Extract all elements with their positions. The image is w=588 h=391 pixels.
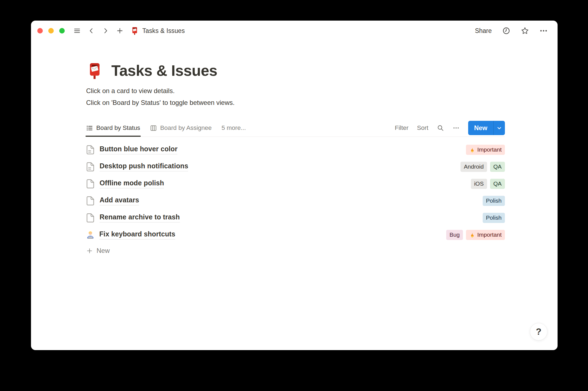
list-item-tags: AndroidQA xyxy=(460,162,505,172)
history-clock-icon[interactable] xyxy=(502,27,510,35)
tag-label: Important xyxy=(477,146,502,153)
list-item-title[interactable]: Rename archive to trash xyxy=(100,213,180,222)
tag-chip: Android xyxy=(460,162,487,172)
page-description: Click on a card to view details. Click o… xyxy=(86,85,505,108)
sidebar-toggle-icon[interactable] xyxy=(74,27,81,34)
view-toolbar: Filter Sort New xyxy=(395,121,505,135)
list-item-title[interactable]: Button blue hover color xyxy=(100,145,177,154)
list-item-tags: BugImportant xyxy=(446,230,505,240)
search-icon[interactable] xyxy=(437,124,444,132)
page-blank-icon xyxy=(86,196,95,206)
chevron-down-icon xyxy=(496,125,502,131)
tag-chip: Bug xyxy=(446,230,463,240)
tag-chip: QA xyxy=(490,179,505,189)
task-list: Button blue hover colorImportantDesktop … xyxy=(86,137,505,243)
view-tab-label: Board by Status xyxy=(96,124,140,132)
new-button-caret[interactable] xyxy=(493,121,505,135)
page-blank-icon xyxy=(86,213,95,223)
plus-icon xyxy=(86,247,93,254)
list-item[interactable]: Offline mode polishiOSQA xyxy=(86,175,505,192)
page-header: Tasks & Issues xyxy=(86,62,505,79)
app-window: Tasks & Issues Share Tasks & Issues Clic… xyxy=(31,21,558,350)
tag-chip: QA xyxy=(490,162,505,172)
more-options-icon[interactable] xyxy=(539,27,548,35)
list-view-icon xyxy=(86,125,93,132)
view-tabs: Board by StatusBoard by Assignee5 more..… xyxy=(86,119,246,136)
fire-icon xyxy=(469,232,475,238)
list-item-title[interactable]: Desktop push notifications xyxy=(100,162,188,171)
list-item[interactable]: Desktop push notificationsAndroidQA xyxy=(86,158,505,175)
list-item-title[interactable]: Fix keyboard shortcuts xyxy=(99,230,175,239)
add-new-row-label: New xyxy=(97,247,110,255)
list-item[interactable]: Button blue hover colorImportant xyxy=(86,141,505,158)
tag-chip: Important xyxy=(466,230,505,240)
tag-label: QA xyxy=(493,163,502,170)
tag-chip: iOS xyxy=(471,179,487,189)
titlebar: Tasks & Issues Share xyxy=(31,21,558,41)
description-line[interactable]: Click on a card to view details. xyxy=(86,85,505,97)
breadcrumb[interactable]: Tasks & Issues xyxy=(131,27,185,35)
list-item[interactable]: Rename archive to trashPolish xyxy=(86,209,505,226)
tag-label: Polish xyxy=(486,214,502,221)
tag-chip: Important xyxy=(466,145,505,155)
list-item-tags: Polish xyxy=(483,213,505,223)
tag-label: Important xyxy=(477,231,502,238)
new-split-button: New xyxy=(468,121,505,135)
new-button[interactable]: New xyxy=(468,121,493,135)
board-view-icon xyxy=(150,125,157,132)
traffic-lights xyxy=(37,28,65,33)
close-window-button[interactable] xyxy=(37,28,43,33)
list-item[interactable]: Fix keyboard shortcutsBugImportant xyxy=(86,226,505,243)
tag-chip: Polish xyxy=(483,196,505,206)
list-item[interactable]: Add avatarsPolish xyxy=(86,192,505,209)
view-tab-label: 5 more... xyxy=(222,124,246,132)
zoom-window-button[interactable] xyxy=(59,28,65,33)
page-text-icon xyxy=(86,162,95,172)
nav-back-icon[interactable] xyxy=(88,27,95,34)
view-tab-board-by-assignee[interactable]: Board by Assignee xyxy=(150,119,212,136)
tag-label: iOS xyxy=(474,180,484,187)
page-postbox-icon[interactable] xyxy=(86,62,103,79)
tag-label: Polish xyxy=(486,197,502,204)
nav-forward-icon[interactable] xyxy=(102,27,109,34)
help-button[interactable]: ? xyxy=(530,323,547,340)
sort-button[interactable]: Sort xyxy=(417,124,428,132)
fire-icon xyxy=(469,147,475,153)
favorite-star-icon[interactable] xyxy=(521,27,529,35)
list-item-tags: iOSQA xyxy=(471,179,505,189)
technologist-icon xyxy=(86,230,95,240)
page-blank-icon xyxy=(86,179,95,189)
minimize-window-button[interactable] xyxy=(48,28,54,33)
view-bar: Board by StatusBoard by Assignee5 more..… xyxy=(86,119,505,137)
page-title[interactable]: Tasks & Issues xyxy=(111,62,217,79)
share-button[interactable]: Share xyxy=(475,27,492,35)
list-item-tags: Important xyxy=(466,145,505,155)
tag-label: Android xyxy=(464,163,484,170)
tag-label: QA xyxy=(493,180,502,187)
tag-chip: Polish xyxy=(483,213,505,223)
new-tab-icon[interactable] xyxy=(116,27,123,34)
tag-label: Bug xyxy=(450,231,460,238)
view-tab-board-by-status[interactable]: Board by Status xyxy=(86,119,140,136)
list-item-title[interactable]: Add avatars xyxy=(100,196,139,205)
postbox-icon xyxy=(131,27,139,35)
list-item-title[interactable]: Offline mode polish xyxy=(100,179,164,188)
page-text-icon xyxy=(86,145,95,155)
view-more-icon[interactable] xyxy=(453,124,460,132)
filter-button[interactable]: Filter xyxy=(395,124,408,132)
view-tab-5-more-[interactable]: 5 more... xyxy=(222,119,246,136)
description-line[interactable]: Click on 'Board by Status' to toggle bet… xyxy=(86,97,505,108)
document-title: Tasks & Issues xyxy=(142,27,185,35)
list-item-tags: Polish xyxy=(483,196,505,206)
view-tab-label: Board by Assignee xyxy=(160,124,212,132)
add-new-row-button[interactable]: New xyxy=(86,247,110,255)
